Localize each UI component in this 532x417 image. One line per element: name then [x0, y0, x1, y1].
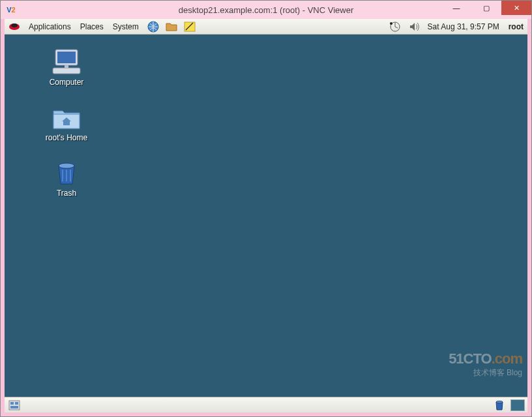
svg-point-5: [390, 22, 392, 25]
svg-rect-8: [53, 68, 80, 74]
applications-menu[interactable]: Applications: [24, 19, 76, 35]
desktop-area[interactable]: Computer root's Home Trash: [5, 35, 527, 397]
show-desktop-button[interactable]: [7, 399, 22, 412]
gnome-top-panel: Applications Places System: [5, 19, 527, 35]
panel-left: Applications Places System: [5, 19, 197, 35]
svg-point-1: [11, 23, 18, 27]
home-folder-icon: [51, 103, 82, 132]
watermark: 51CTO.com 技术博客 Blog: [449, 350, 522, 378]
places-menu[interactable]: Places: [76, 19, 108, 35]
panel-user-menu[interactable]: root: [506, 22, 524, 31]
computer-icon: [51, 48, 82, 76]
network-tray-icon[interactable]: [389, 21, 402, 33]
trash-icon: [51, 159, 82, 187]
svg-rect-12: [10, 402, 14, 405]
close-button[interactable]: ✕: [501, 1, 531, 15]
desktop-icon-trash[interactable]: Trash: [31, 159, 102, 198]
gnome-bottom-panel: [5, 397, 527, 412]
system-menu[interactable]: System: [108, 19, 143, 35]
svg-rect-14: [10, 406, 18, 409]
desktop-icon-label: Computer: [50, 78, 84, 87]
vnc-remote-screen[interactable]: Applications Places System: [5, 19, 527, 412]
svg-point-15: [496, 401, 503, 403]
desktop-icon-home[interactable]: root's Home: [31, 103, 102, 142]
redhat-icon[interactable]: [7, 21, 22, 33]
notes-launcher-icon[interactable]: [183, 20, 197, 33]
browser-launcher-icon[interactable]: [146, 20, 160, 33]
svg-point-10: [59, 163, 74, 168]
panel-launchers: [146, 20, 197, 33]
file-manager-launcher-icon[interactable]: [164, 20, 179, 33]
svg-rect-9: [65, 65, 68, 68]
panel-clock[interactable]: Sat Aug 31, 9:57 PM: [428, 22, 499, 31]
svg-rect-7: [57, 52, 76, 63]
maximize-button[interactable]: ▢: [471, 1, 501, 15]
window-buttons: — ▢ ✕: [441, 1, 531, 15]
volume-tray-icon[interactable]: [408, 21, 421, 33]
desktop-icon-computer[interactable]: Computer: [31, 48, 102, 87]
minimize-button[interactable]: —: [441, 1, 471, 15]
trash-panel-icon[interactable]: [492, 399, 507, 412]
panel-right: Sat Aug 31, 9:57 PM root: [389, 21, 527, 33]
window-title: desktop21.example.com:1 (root) - VNC Vie…: [179, 5, 354, 15]
workspace-switcher[interactable]: [510, 399, 525, 411]
svg-rect-13: [15, 402, 18, 405]
vnc-logo-icon: V2: [5, 3, 18, 16]
vnc-window-titlebar[interactable]: V2 desktop21.example.com:1 (root) - VNC …: [1, 1, 531, 19]
desktop-icon-label: Trash: [57, 189, 76, 198]
desktop-icon-label: root's Home: [46, 133, 87, 142]
